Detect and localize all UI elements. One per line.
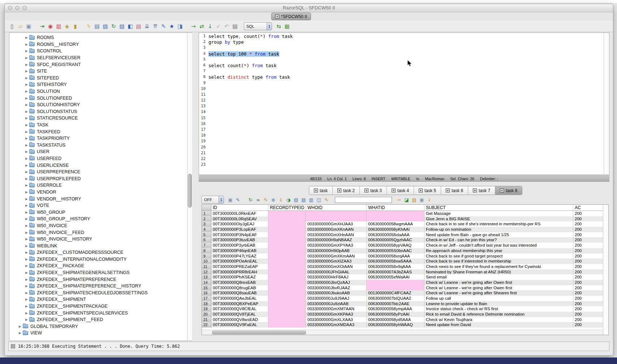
limit-select[interactable]: OFF ▲▼: [202, 196, 224, 204]
tree-item-sitehistory[interactable]: ▶SITEHISTORY: [9, 81, 187, 88]
table-cell[interactable]: 00630000005xfWaAAI: [367, 274, 424, 280]
execute-sql-icon[interactable]: →: [190, 22, 197, 30]
format-sql-icon[interactable]: ✎: [160, 22, 167, 30]
column-header-subject[interactable]: SUBJECT: [424, 205, 573, 211]
editor-lines[interactable]: select type, count(*) from taskgroup by …: [208, 34, 603, 168]
table-cell[interactable]: [268, 264, 306, 269]
editor-line-16[interactable]: [208, 121, 603, 127]
table-cell[interactable]: 0033000000GmXM7AAN: [306, 306, 367, 312]
table-cell[interactable]: 0033000000GmXKmAAN: [306, 254, 367, 259]
table-cell[interactable]: 00T3000000P3LopEAF: [211, 227, 268, 232]
editor-line-10[interactable]: [208, 86, 603, 92]
table-row[interactable]: 400T3000000P3LopEAF0033000000GmXKnAAN006…: [202, 227, 609, 232]
tree-item-rooms[interactable]: ▶ROOMS: [9, 34, 187, 41]
table-cell[interactable]: 00630000005S0bnAAC: [367, 248, 424, 254]
table-row[interactable]: 600T3000000P3tuvEAB0033000000H9aNBAAZ006…: [202, 237, 609, 243]
row-number[interactable]: 3: [202, 221, 211, 227]
rollback-icon[interactable]: ↶: [223, 22, 230, 30]
disclosure-triangle-icon[interactable]: ▶: [25, 244, 29, 248]
disclosure-triangle-icon[interactable]: ▶: [25, 237, 29, 241]
disclosure-triangle-icon[interactable]: ▶: [25, 251, 29, 254]
table-cell[interactable]: [268, 232, 306, 238]
close-tab-icon[interactable]: ✕: [419, 188, 423, 192]
tree-item-taskpriority[interactable]: ▶TASKPRIORITY: [9, 135, 187, 142]
disclosure-triangle-icon[interactable]: ▶: [25, 197, 29, 201]
tree-item-sitefeed[interactable]: ▶SITEFEED: [9, 75, 187, 82]
disclosure-triangle-icon[interactable]: ▶: [25, 164, 29, 167]
describe-table-icon[interactable]: ▤: [93, 22, 101, 30]
tree-item-userpreference[interactable]: ▶USERPREFERENCE: [9, 169, 187, 176]
table-row[interactable]: 1400T3000000Q8rexEAB0033000000JbvQzAAJCh…: [202, 280, 609, 285]
disclosure-triangle-icon[interactable]: ▶: [25, 96, 29, 100]
table-cell[interactable]: [268, 259, 306, 264]
tree-item-view[interactable]: ▶VIEW: [9, 330, 187, 337]
editor-line-14[interactable]: [208, 109, 603, 115]
tree-item-userfeed[interactable]: ▶USERFEED: [9, 155, 187, 162]
table-cell[interactable]: 00630000007blc2AAE: [367, 301, 424, 307]
row-number[interactable]: 10: [202, 259, 211, 264]
tree-item-user[interactable]: ▶USER: [9, 148, 187, 155]
table-cell[interactable]: 00T3000000OiyJgEAJ: [211, 221, 268, 227]
table-cell[interactable]: [268, 301, 306, 307]
row-number[interactable]: 11: [202, 264, 211, 269]
table-cell[interactable]: [367, 285, 424, 291]
table-row[interactable]: 500T3000000P3N4pEAF0033000000GmXHnAAN006…: [202, 232, 609, 238]
save-grid-icon[interactable]: ▣: [418, 196, 425, 203]
editor-line-4[interactable]: select top 100 * from task: [208, 51, 603, 57]
table-cell[interactable]: 0033000000Ju9J9AAJ: [306, 296, 367, 301]
tree-item-solutionfeed[interactable]: ▶SOLUTIONFEED: [9, 95, 187, 101]
title-bar[interactable]: RazorSQL - SFDCW50 II: [5, 4, 613, 12]
row-number[interactable]: 20: [202, 312, 211, 317]
table-cell[interactable]: [367, 211, 424, 216]
table-cell[interactable]: 0033000000GmXKnAAN: [306, 227, 367, 232]
row-number[interactable]: 14: [202, 280, 211, 285]
result-tab-task[interactable]: ✕task: [309, 186, 333, 195]
new-db-icon[interactable]: ◈: [63, 22, 71, 30]
result-tab-task-4[interactable]: ✕task 4: [387, 186, 414, 195]
table-cell[interactable]: [268, 306, 306, 312]
result-tab-task-3[interactable]: ✕task 3: [360, 186, 387, 195]
table-cell[interactable]: Need update from Bain - gave go ahead 1/…: [424, 232, 573, 238]
execute-lightning-icon[interactable]: ϟ: [85, 22, 92, 30]
table-cell[interactable]: [367, 280, 424, 285]
help-book-icon[interactable]: ◧: [126, 22, 134, 30]
export-table-icon[interactable]: ◨: [176, 22, 184, 30]
tree-item-staticresource[interactable]: ▶STATICRESOURCE: [9, 115, 187, 122]
disclosure-triangle-icon[interactable]: ▶: [25, 110, 29, 113]
table-cell[interactable]: 0033000000JFhGlAAL: [306, 269, 367, 275]
editor-line-15[interactable]: [208, 116, 603, 121]
editor-line-21[interactable]: [208, 151, 603, 156]
table-cell[interactable]: 0033000000H9aNBAAZ: [306, 237, 367, 243]
table-cell[interactable]: 0033000000GmXLXAA3: [306, 317, 367, 322]
form-view-icon[interactable]: ▤: [293, 196, 299, 203]
panel-splitter[interactable]: [192, 32, 199, 342]
disclosure-triangle-icon[interactable]: ▶: [25, 284, 29, 288]
column-list-icon[interactable]: ▤: [135, 22, 142, 30]
execute-all-icon[interactable]: ⇄: [198, 22, 206, 30]
result-tab-task-8[interactable]: ✕task 8: [495, 186, 522, 195]
disclosure-triangle-icon[interactable]: ▶: [25, 63, 29, 66]
table-cell[interactable]: Nominated by Shane Freeman at ANZ (HR50): [424, 269, 573, 275]
editor-line-11[interactable]: [208, 92, 603, 98]
tree-item-solutionstatus[interactable]: ▶SOLUTIONSTATUS: [9, 108, 187, 115]
table-cell[interactable]: [268, 216, 306, 222]
table-cell[interactable]: 006300000058xlaAAA: [367, 232, 424, 238]
disclosure-triangle-icon[interactable]: ▶: [25, 224, 29, 228]
sql-log-icon[interactable]: ▤: [231, 22, 239, 30]
table-cell[interactable]: [268, 322, 306, 328]
refresh-results-icon[interactable]: ↻: [247, 196, 254, 203]
editor-line-3[interactable]: [208, 45, 603, 51]
table-cell[interactable]: 00T3000000L0RqSEAV: [211, 216, 268, 222]
tree-item-vote[interactable]: ▶VOTE: [9, 202, 187, 209]
table-cell[interactable]: 0033000000HirF8AAJ: [306, 274, 367, 280]
disclosure-triangle-icon[interactable]: ▶: [25, 123, 29, 127]
result-tab-task-7[interactable]: ✕task 7: [468, 186, 495, 195]
tree-item-userlicense[interactable]: ▶USERLICENSE: [9, 162, 187, 169]
filter-results-icon[interactable]: ✎: [234, 196, 241, 203]
database-tree-panel[interactable]: ▶ROOMS▶ROOMS__HISTORY▶SCONTROL▶SELFSERVI…: [9, 32, 193, 341]
table-cell[interactable]: Check nexis to see if they've found a re…: [424, 264, 573, 269]
table-row[interactable]: 2200T3000000QV9FaEAL0033000000GmXMDAA300…: [202, 322, 609, 328]
go-next-icon[interactable]: ⇒: [396, 196, 402, 203]
save-results-icon[interactable]: ▣: [227, 196, 234, 203]
sql-mode-select[interactable]: SQL ▲▼: [244, 22, 272, 30]
